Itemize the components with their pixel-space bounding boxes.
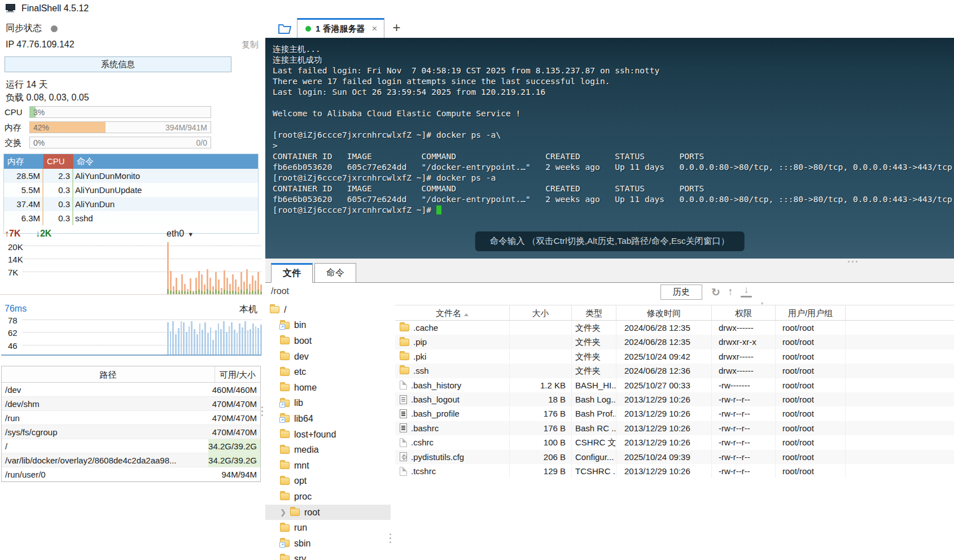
file-row[interactable]: .pki文件夹2025/10/24 09:42drwxr-----root/ro… bbox=[395, 349, 954, 364]
folder-icon bbox=[280, 447, 290, 454]
tree-item-lib64[interactable]: lib64 bbox=[265, 411, 391, 427]
tab-hongkong-server[interactable]: 1 香港服务器 × bbox=[297, 18, 384, 38]
process-mem: 37.4M bbox=[4, 197, 43, 211]
tree-item-lib[interactable]: lib bbox=[265, 396, 391, 412]
tree-item-lostfound[interactable]: lost+found bbox=[265, 427, 391, 443]
col-header-owner[interactable]: 用户/用户组 bbox=[776, 305, 846, 320]
net-up-bar bbox=[173, 286, 174, 294]
tab-files[interactable]: 文件 bbox=[271, 263, 313, 283]
ping-bar bbox=[212, 340, 214, 355]
file-row[interactable]: .cshrc100 BCSHRC 文...2013/12/29 10:26-rw… bbox=[395, 435, 954, 449]
col-header-type[interactable]: 类型 bbox=[572, 305, 616, 320]
file-row[interactable]: .pip文件夹2024/06/28 12:35drwxr-xr-xroot/ro… bbox=[395, 335, 954, 349]
tree-item-run[interactable]: run bbox=[265, 520, 391, 536]
file-row[interactable]: .bash_logout18 BBash Log...2013/12/29 10… bbox=[395, 392, 954, 406]
net-up-bar bbox=[260, 285, 262, 294]
ping-bar bbox=[189, 326, 190, 355]
file-empty-cell bbox=[846, 321, 954, 335]
network-graph: 20K 14K 7K bbox=[0, 242, 262, 295]
up-directory-icon[interactable]: ↑ bbox=[724, 285, 737, 299]
col-header-perm[interactable]: 权限 bbox=[712, 305, 776, 320]
file-type-cell: Bash Prof... bbox=[572, 406, 616, 421]
file-mtime-cell: 2024/06/28 12:35 bbox=[616, 335, 712, 349]
tree-item-dev[interactable]: dev bbox=[265, 349, 391, 365]
process-header-cmd[interactable]: 命令 bbox=[73, 154, 258, 169]
folder-icon bbox=[280, 369, 290, 376]
file-row[interactable]: .bashrc176 BBash RC ...2013/12/29 10:26-… bbox=[395, 421, 954, 435]
file-name: .pydistutils.cfg bbox=[411, 450, 464, 464]
terminal-cursor bbox=[436, 205, 441, 215]
ping-bar bbox=[194, 329, 195, 355]
folder-icon bbox=[280, 337, 290, 344]
file-mtime-cell: 2024/06/28 12:36 bbox=[616, 364, 712, 378]
ping-graph: 78 62 46 bbox=[0, 315, 262, 356]
tree-item-srv[interactable]: srv bbox=[265, 552, 391, 560]
file-empty-cell bbox=[846, 364, 954, 378]
server-ip: IP 47.76.109.142 bbox=[6, 40, 75, 50]
col-header-mtime[interactable]: 修改时间 bbox=[616, 305, 712, 320]
disk-path: /run/user/0 bbox=[2, 467, 215, 481]
tree-splitter-handle[interactable] bbox=[390, 533, 391, 543]
file-empty-cell bbox=[846, 406, 954, 421]
tree-item-etc[interactable]: etc bbox=[265, 364, 391, 380]
file-empty-cell bbox=[846, 378, 954, 392]
download-icon[interactable]: ↓ bbox=[739, 285, 753, 299]
system-info-button[interactable]: 系统信息 bbox=[5, 56, 231, 72]
new-tab-button[interactable]: + bbox=[392, 20, 400, 36]
folder-icon bbox=[280, 524, 290, 532]
process-header-mem[interactable]: 内存 bbox=[4, 154, 43, 169]
file-row[interactable]: .tcshrc129 BTCSHRC ...2013/12/29 10:26-r… bbox=[395, 464, 954, 478]
tree-item-sbin[interactable]: sbin bbox=[265, 536, 391, 552]
tree-item-mnt[interactable]: mnt bbox=[265, 458, 391, 474]
process-header-cpu[interactable]: CPU bbox=[43, 154, 73, 169]
file-row[interactable]: .ssh文件夹2024/06/28 12:36drwx------root/ro… bbox=[395, 364, 954, 378]
ping-bar bbox=[191, 321, 192, 355]
net-up-bar bbox=[229, 284, 231, 294]
tree-item-media[interactable]: media bbox=[265, 442, 391, 458]
tree-item-proc[interactable]: proc bbox=[265, 489, 391, 505]
folder-icon bbox=[400, 324, 409, 331]
disk-header-avail[interactable]: 可用/大小 bbox=[215, 366, 260, 382]
refresh-icon[interactable]: ↻ bbox=[709, 285, 723, 299]
file-icon-script bbox=[400, 423, 407, 432]
tree-item-root[interactable]: ❯root bbox=[265, 505, 391, 520]
tab-commands[interactable]: 命令 bbox=[314, 263, 356, 283]
net-up-bar bbox=[215, 272, 217, 294]
connection-manager-button[interactable] bbox=[273, 19, 297, 38]
current-path-input[interactable]: /root bbox=[271, 286, 289, 296]
file-size-cell: 18 B bbox=[510, 392, 572, 406]
tree-item-bin[interactable]: bin bbox=[265, 318, 391, 334]
col-header-filename[interactable]: 文件名 bbox=[395, 305, 510, 320]
gauge-label: 交换 bbox=[5, 138, 21, 148]
tree-item-boot[interactable]: boot bbox=[265, 333, 391, 349]
copy-ip-button[interactable]: 复制 bbox=[242, 40, 259, 50]
tree-item-[interactable]: / bbox=[265, 302, 391, 318]
chevron-right-icon[interactable]: ❯ bbox=[280, 508, 286, 517]
ping-bar bbox=[237, 333, 238, 355]
file-name-cell: .bashrc bbox=[395, 421, 510, 435]
net-up-bar bbox=[201, 274, 203, 294]
net-up-bar bbox=[235, 279, 237, 294]
tree-item-label: opt bbox=[294, 476, 307, 486]
file-mtime-cell: 2025/10/24 09:42 bbox=[616, 349, 712, 364]
ping-bar bbox=[215, 330, 217, 355]
interface-selector[interactable]: eth0▼ bbox=[167, 229, 194, 239]
file-row[interactable]: .cache文件夹2024/06/28 12:35drwx------root/… bbox=[395, 321, 954, 335]
history-button[interactable]: 历史 bbox=[660, 285, 702, 300]
disk-header-path[interactable]: 路径 bbox=[2, 366, 215, 382]
col-header-size[interactable]: 大小 bbox=[510, 305, 572, 320]
process-cpu: 0.3 bbox=[43, 197, 73, 211]
terminal-splitter-handle[interactable] bbox=[848, 261, 857, 262]
file-row[interactable]: .pydistutils.cfg206 BConfigur...2025/10/… bbox=[395, 450, 954, 464]
tree-item-home[interactable]: home bbox=[265, 380, 391, 396]
tree-item-opt[interactable]: opt bbox=[265, 474, 391, 489]
sidebar-splitter-handle[interactable] bbox=[260, 406, 264, 421]
file-row[interactable]: .bash_profile176 BBash Prof...2013/12/29… bbox=[395, 406, 954, 421]
terminal-screen[interactable]: 连接主机... 连接主机成功 Last failed login: Fri No… bbox=[265, 38, 954, 259]
file-type-cell: BASH_HI... bbox=[572, 378, 616, 392]
file-name-cell: .pki bbox=[395, 349, 510, 364]
file-row[interactable]: .bash_history1.2 KBBASH_HI...2025/10/27 … bbox=[395, 378, 954, 392]
tree-item-label: bin bbox=[294, 320, 306, 330]
close-tab-icon[interactable]: × bbox=[372, 23, 378, 34]
connected-dot-icon bbox=[305, 26, 311, 32]
